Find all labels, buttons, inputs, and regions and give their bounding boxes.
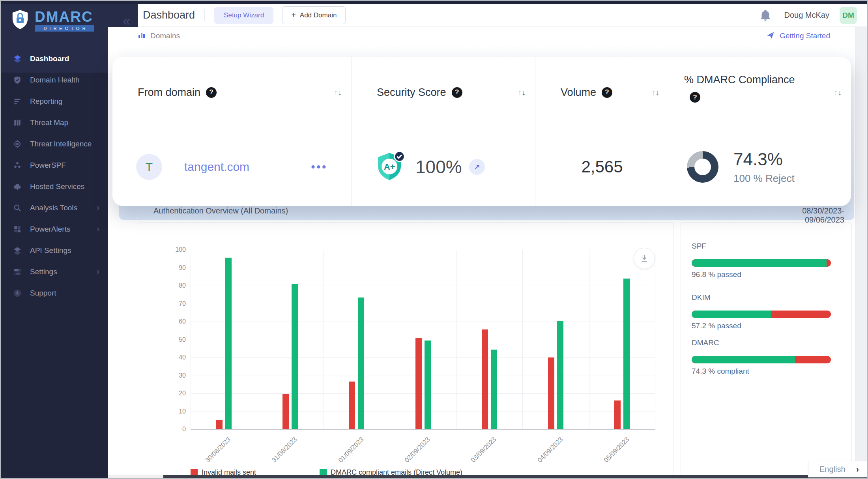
invalid-mails-bar [482,329,488,429]
sidebar-nav: DashboardDomain HealthReportingThreat Ma… [1,48,108,304]
sidebar-item-dashboard[interactable]: Dashboard [1,48,108,69]
domains-section-title-group: Domains [138,31,180,41]
invalid-mails-bar [548,357,554,429]
column-header-dmarc-compliance: % DMARC Compliance? ↑↓ [669,57,851,128]
sidebar-item-support[interactable]: Support [1,283,108,304]
domains-section-bar: Domains Getting Started [108,27,856,45]
y-axis-tick-label: 100 [163,246,186,253]
domain-avatar: T [136,154,162,180]
sidebar-item-settings[interactable]: Settings› [1,261,108,283]
y-axis-tick-label: 70 [163,300,186,307]
sort-icon[interactable]: ↑↓ [334,88,342,97]
invalid-mails-bar [349,382,355,429]
stat-dkim: DKIM57.2 % passed [692,293,831,330]
dmarc-director-app: DMARC DIRECTOR « DashboardDomain HealthR… [0,0,868,479]
user-name[interactable]: Doug McKay [784,11,830,20]
sidebar-item-label: Support [30,289,56,298]
shield-lock-logo-icon [11,9,29,32]
auth-overview-title: Authentication Overview (All Domains) [153,206,288,215]
gridline [456,250,456,429]
add-domain-button[interactable]: + Add Domain [282,6,346,24]
invalid-mails-bar [282,394,289,429]
right-scroll-area[interactable] [855,27,868,477]
sidebar-collapse-icon[interactable]: « [123,14,130,27]
column-header-security-score: Security Score? ↑↓ [351,57,535,128]
sidebar-item-api-settings[interactable]: API Settings [1,240,108,261]
notification-bell-icon[interactable] [760,9,771,21]
sidebar-item-powerspf[interactable]: PowerSPF [1,155,108,176]
sidebar-item-reporting[interactable]: Reporting [1,91,108,112]
compliance-texts: 74.3% 100 % Reject [733,150,795,185]
gridline [324,250,324,429]
stat-progress-fill [692,259,827,267]
language-label: English [819,465,846,474]
sidebar-item-hosted-services[interactable]: Hosted Services [1,176,108,197]
language-selector[interactable]: English › [808,461,868,477]
invalid-mails-bar [614,400,621,429]
sidebar-item-poweralerts[interactable]: PowerAlerts› [1,219,108,240]
security-score-value: 100% [415,156,462,178]
sidebar-item-threat-map[interactable]: Threat Map [1,112,108,133]
download-chart-button[interactable] [634,248,655,269]
gridline [257,250,257,429]
sidebar-item-label: Domain Health [30,76,80,84]
help-icon[interactable]: ? [452,87,462,98]
domains-table-card: From domain? ↑↓ Security Score? ↑↓ Volum… [112,57,851,206]
gridline [589,250,589,429]
compliant-mails-bar [491,350,497,429]
sidebar-item-label: Settings [30,268,57,276]
sidebar-item-domain-health[interactable]: Domain Health [1,69,108,91]
auth-stats-panel: SPF96.8 % passedDKIM57.2 % passedDMARC74… [681,223,852,479]
sidebar-item-threat-intelligence[interactable]: Threat Intelligence [1,133,108,155]
sort-icon[interactable]: ↑↓ [834,88,842,97]
sidebar-item-label: PowerAlerts [30,225,70,234]
sidebar-item-label: Threat Intelligence [30,140,92,148]
volume-value: 2,565 [581,157,623,176]
gridline [191,304,655,304]
horizontal-scrollbar-track[interactable] [108,475,868,479]
gridline [191,429,655,430]
score-trend-icon[interactable]: ↗ [469,159,485,175]
auth-overview-chart-card: 010203040506070809010030/08/202331/08/20… [138,223,673,479]
sidebar-item-label: Dashboard [30,54,69,63]
bolt-icon [13,288,22,298]
stat-spf: SPF96.8 % passed [692,242,831,279]
sort-icon[interactable]: ↑↓ [651,88,659,97]
user-avatar[interactable]: DM [840,7,857,24]
domain-link[interactable]: tangent.com [184,160,249,174]
topbar-divider [204,9,205,21]
row-actions-menu-icon[interactable]: ••• [311,161,327,173]
setup-wizard-button[interactable]: Setup Wizard [214,7,273,24]
x-axis-tick-label: 04/09/2023 [520,436,564,479]
help-icon[interactable]: ? [690,92,700,103]
stat-progress-fill [692,311,771,318]
help-icon[interactable]: ? [206,87,217,98]
sort-icon[interactable]: ↑↓ [518,88,526,97]
map-icon [13,118,22,127]
y-axis-tick-label: 30 [163,372,186,379]
help-icon[interactable]: ? [602,87,612,98]
gridline [191,340,655,340]
chevron-right-icon: › [97,267,99,277]
gridline [191,322,655,322]
y-axis-tick-label: 0 [163,426,186,433]
target-icon [13,139,22,149]
invalid-mails-bar [216,420,223,429]
getting-started-link[interactable]: Getting Started [766,31,830,41]
gridline [191,393,655,394]
sidebar-item-label: API Settings [30,246,71,255]
invalid-mails-bar [415,338,422,429]
gridline [655,250,655,429]
window-top-strip [1,1,868,4]
gridline [191,357,655,358]
y-axis-tick-label: 90 [163,264,186,271]
report-lines-icon [13,97,22,106]
y-axis-tick-label: 60 [163,318,186,325]
sidebar-item-label: Threat Map [30,118,68,127]
gridline [522,250,523,429]
auth-overview-date-range: 08/30/2023-09/06/2023 [773,206,844,225]
horizontal-scrollbar-thumb[interactable] [163,475,868,479]
sidebar-item-label: Hosted Services [30,182,84,191]
sidebar-item-analysis-tools[interactable]: Analysis Tools› [1,197,108,219]
brand-text: DMARC DIRECTOR [35,9,94,32]
